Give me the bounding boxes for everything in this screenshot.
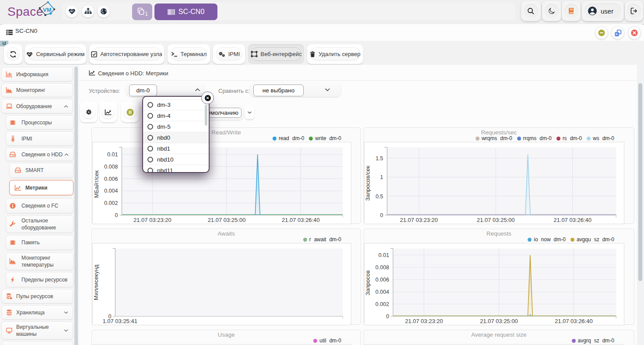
svg-text:1.5: 1.5 [376, 155, 383, 162]
svg-text:0.006: 0.006 [375, 277, 389, 283]
svg-text:0.004: 0.004 [375, 289, 389, 295]
svg-text:0.01: 0.01 [378, 252, 389, 258]
svg-text:21.07 03:25:00: 21.07 03:25:00 [480, 318, 518, 324]
svg-text:0.002: 0.002 [375, 301, 389, 307]
svg-text:21.07 03:23:20: 21.07 03:23:20 [405, 318, 443, 324]
svg-text:1.07 03:25:41: 1.07 03:25:41 [102, 318, 137, 324]
svg-text:МБайт/сек: МБайт/сек [93, 170, 99, 198]
svg-text:0.5: 0.5 [376, 194, 383, 200]
svg-text:0.01: 0.01 [107, 151, 118, 158]
svg-text:21.07 03:26:40: 21.07 03:26:40 [282, 217, 320, 223]
svg-text:0.008: 0.008 [375, 264, 389, 271]
svg-text:21.07 03:23:20: 21.07 03:23:20 [400, 217, 438, 223]
svg-text:Запросов: Запросов [364, 270, 371, 295]
svg-text:0: 0 [115, 212, 118, 218]
svg-text:0.006: 0.006 [104, 176, 118, 182]
svg-text:0.002: 0.002 [104, 200, 118, 206]
svg-text:0: 0 [380, 212, 383, 218]
svg-text:21.07 03:25:00: 21.07 03:25:00 [207, 217, 245, 223]
svg-text:1: 1 [380, 174, 383, 180]
svg-text:Миллисекунд: Миллисекунд [93, 264, 99, 300]
svg-text:VM: VM [43, 7, 52, 13]
svg-text:21.07 03:23:20: 21.07 03:23:20 [133, 217, 172, 223]
svg-text:0.004: 0.004 [104, 188, 118, 194]
svg-text:21.07 03:25:00: 21.07 03:25:00 [477, 217, 515, 223]
svg-text:Запросов/сек: Запросов/сек [364, 165, 371, 201]
svg-text:0.008: 0.008 [104, 164, 118, 170]
svg-text:21.07 03:26:40: 21.07 03:26:40 [555, 318, 593, 324]
svg-text:0: 0 [386, 313, 389, 320]
svg-text:21.07 03:26:40: 21.07 03:26:40 [554, 217, 592, 223]
